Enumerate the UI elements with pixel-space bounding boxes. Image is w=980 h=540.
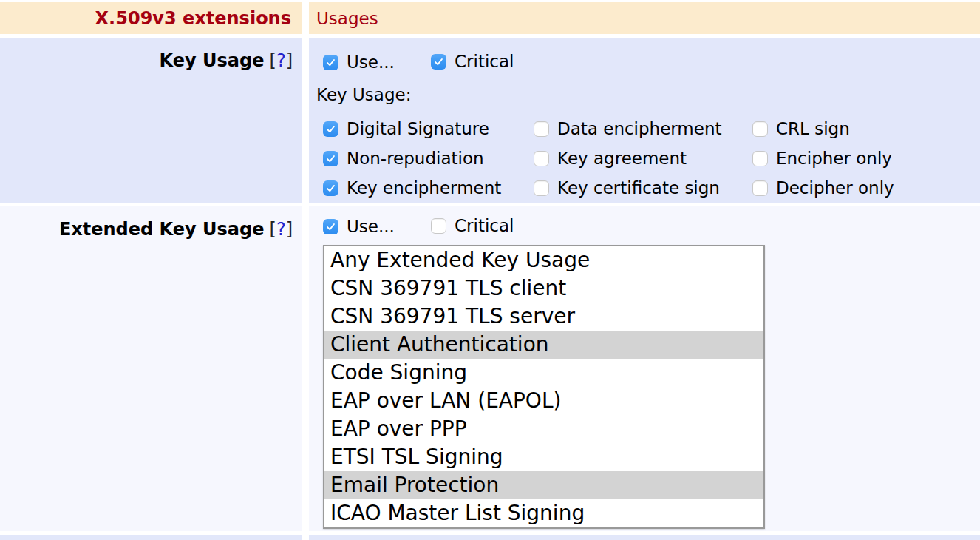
extended-key-usage-label-cell: Extended Key Usage [?] (0, 206, 302, 531)
extended-key-usage-row: Extended Key Usage [?] Use... Critical A… (0, 206, 980, 531)
bracket: ] (286, 50, 293, 71)
checkbox-item: Key certificate sign (534, 178, 752, 198)
key-usage-use-slot: Use... (323, 53, 431, 72)
checkbox-label: Key agreement (557, 149, 687, 168)
extended-key-usage-listbox[interactable]: Any Extended Key UsageCSN 369791 TLS cli… (323, 245, 765, 529)
section-title: X.509v3 extensions (0, 2, 302, 34)
help-question-link[interactable]: ? (276, 50, 286, 71)
extended-key-usage-critical-slot: Critical (431, 216, 514, 237)
option-etsi-tsl-signing[interactable]: ETSI TSL Signing (324, 443, 763, 471)
key-certificate-sign-checkbox[interactable] (534, 180, 549, 196)
checkbox-item: Key agreement (534, 149, 752, 168)
checkbox-item: Decipher only (752, 178, 980, 198)
checkbox-label: Data encipherment (557, 119, 722, 138)
checkbox-item: Key encipherment (323, 178, 534, 198)
checkmark-icon (324, 152, 337, 165)
key-usage-critical-slot: Critical (431, 52, 514, 72)
option-client-authentication[interactable]: Client Authentication (324, 331, 763, 359)
checkbox-label: Key certificate sign (557, 178, 720, 198)
decipher-only-checkbox[interactable] (752, 180, 768, 196)
extended-key-usage-use-slot: Use... (323, 217, 431, 236)
checkmark-icon (324, 220, 337, 233)
critical-checkbox[interactable] (431, 54, 446, 70)
checkbox-label: Key encipherment (347, 178, 501, 198)
help-question-link[interactable]: ? (276, 219, 286, 240)
extended-key-usage-help-link[interactable]: [?] (270, 220, 293, 239)
option-csn-369791-tls-server[interactable]: CSN 369791 TLS server (324, 303, 763, 331)
critical-checkbox[interactable] (431, 218, 446, 234)
option-email-protection[interactable]: Email Protection (324, 471, 763, 499)
option-code-signing[interactable]: Code Signing (324, 359, 763, 387)
checkmark-icon (324, 56, 337, 69)
bracket: [ (270, 219, 276, 240)
checkbox-item: Critical (431, 52, 514, 71)
extended-key-usage-content-cell: Use... Critical Any Extended Key UsageCS… (309, 206, 980, 531)
key-usage-help-link[interactable]: [?] (270, 51, 293, 70)
key-usage-label-cell: Key Usage [?] (0, 38, 302, 203)
key-usage-content-cell: Use... Critical Key Usage: Digital Signa… (309, 38, 980, 203)
next-row-strip-right (309, 535, 980, 540)
bracket: ] (286, 219, 293, 240)
key-usage-row: Key Usage [?] Use... Critical Key Usage: (0, 38, 980, 203)
extended-key-usage-use-line: Use... Critical (323, 218, 980, 234)
checkbox-label: Critical (455, 52, 514, 71)
extensions-form: X.509v3 extensions Usages Key Usage [?] … (0, 0, 980, 540)
checkbox-label: CRL sign (776, 119, 850, 138)
usages-column-header: Usages (309, 2, 980, 34)
checkbox-item: Use... (323, 53, 395, 72)
checkbox-item: Use... (323, 217, 395, 236)
checkmark-icon (324, 182, 337, 195)
checkbox-label: Use... (347, 53, 395, 72)
bracket: [ (270, 50, 276, 71)
use-checkbox[interactable] (323, 219, 338, 234)
checkbox-label: Decipher only (776, 178, 894, 198)
option-icao-master-list-signing[interactable]: ICAO Master List Signing (324, 499, 763, 527)
key-usage-use-line: Use... Critical (323, 54, 980, 70)
option-csn-369791-tls-client[interactable]: CSN 369791 TLS client (324, 274, 763, 303)
checkbox-label: Critical (455, 216, 514, 235)
checkbox-item: Critical (431, 216, 514, 235)
checkmark-icon (324, 123, 337, 135)
key-usage-checkbox-grid: Digital Signature Non-repudiation Key en… (323, 114, 980, 203)
checkbox-item: Encipher only (752, 149, 980, 168)
key-agreement-checkbox[interactable] (534, 151, 549, 166)
encipher-only-checkbox[interactable] (752, 151, 768, 166)
checkbox-label: Use... (347, 217, 395, 236)
checkmark-icon (432, 55, 445, 68)
non-repudiation-checkbox[interactable] (323, 151, 338, 166)
checkbox-label: Digital Signature (347, 119, 489, 138)
key-usage-group-label: Key Usage: (316, 85, 980, 104)
next-row-strip (0, 535, 980, 540)
key-encipherment-checkbox[interactable] (323, 180, 338, 196)
checkbox-item: Data encipherment (534, 119, 752, 138)
option-eap-over-lan-eapol[interactable]: EAP over LAN (EAPOL) (324, 387, 763, 415)
option-any-extended-key-usage[interactable]: Any Extended Key Usage (324, 246, 763, 274)
option-eap-over-ppp[interactable]: EAP over PPP (324, 415, 763, 443)
digital-signature-checkbox[interactable] (323, 121, 338, 137)
header-row: X.509v3 extensions Usages (0, 2, 980, 34)
extended-key-usage-label: Extended Key Usage (59, 220, 265, 239)
checkbox-item: CRL sign (752, 119, 980, 138)
crl-sign-checkbox[interactable] (752, 121, 768, 137)
next-row-strip-left (0, 535, 302, 540)
checkbox-item: Non-repudiation (323, 149, 534, 168)
checkbox-label: Non-repudiation (347, 149, 484, 168)
checkbox-label: Encipher only (776, 149, 892, 168)
checkbox-item: Digital Signature (323, 119, 534, 138)
data-encipherment-checkbox[interactable] (534, 121, 549, 137)
use-checkbox[interactable] (323, 55, 338, 70)
key-usage-label: Key Usage (160, 51, 265, 70)
